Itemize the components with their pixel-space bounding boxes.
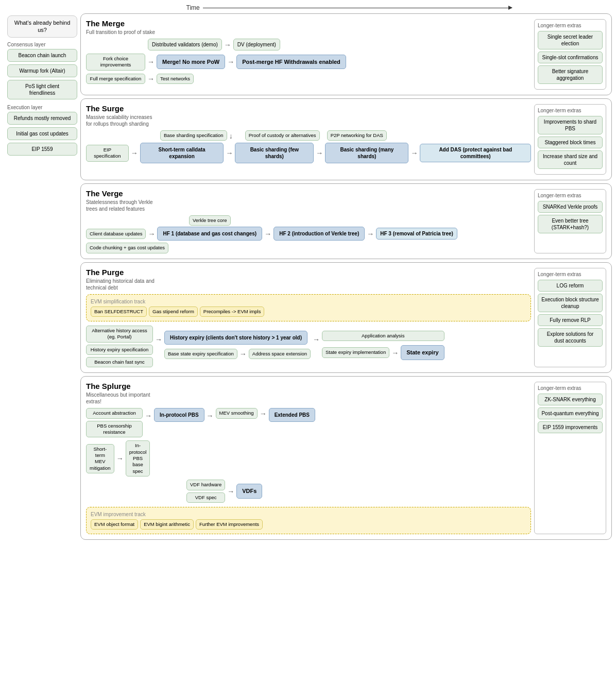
section-merge: The Merge Full transition to proof of st… [80, 13, 612, 95]
node-precompiles: Precompiles -> EVM impls [200, 307, 265, 317]
node-alt-history: Alternative history access (eg. Portal) [86, 326, 153, 343]
sidebar-item-gas-cost: Initial gas cost updates [7, 127, 77, 140]
section-verge: The Verge Statelessness through Verkle t… [80, 183, 612, 259]
splurge-evm-track: EVM improvement track EVM object format … [86, 507, 531, 534]
purge-evm-track-title: EVM simplification track [91, 299, 526, 304]
node-state-expiry-impl: State expiry implementation [322, 347, 389, 357]
node-eip-spec: EIP specification [86, 145, 129, 162]
node-base-sharding: Base sharding specification [160, 130, 227, 141]
node-p2p-networking: P2P networking for DAS [327, 130, 387, 141]
node-pbs-censorship: PBS censorship resistance [86, 421, 143, 438]
node-evm-bigint: EVM bigint arithmetic [140, 519, 194, 530]
extra-increase-shard: Increase shard size and count [538, 150, 603, 169]
surge-subtitle: Massive scalability increases for rollup… [86, 114, 158, 127]
extra-fully-remove-rlp: Fully remove RLP [538, 314, 603, 326]
extra-execution-block: Execution block structure cleanup [538, 294, 603, 312]
time-label: Time [186, 4, 200, 11]
surge-extras: Longer-term extras Improvements to shard… [534, 104, 606, 175]
merge-extras-title: Longer-term extras [538, 23, 603, 28]
merge-extras: Longer-term extras Single secret leader … [534, 19, 606, 90]
node-verkle-core: Verkle tree core [189, 215, 231, 226]
extra-snarked-verkle: SNARKed Verkle proofs [538, 201, 603, 213]
node-app-analysis: Application analysis [322, 331, 444, 341]
sidebar-item-pos-light: PoS light client friendliness [7, 80, 77, 99]
extra-eip1559-improvements: EIP 1559 improvements [538, 421, 603, 433]
node-full-merge-spec: Full merge specification [86, 74, 145, 84]
node-short-term-calldata: Short-term calldata expansion [140, 143, 224, 163]
node-proof-custody: Proof of custody or alternatives [245, 130, 320, 141]
execution-layer-title: Execution layer [7, 105, 77, 110]
node-client-db: Client database updates [86, 229, 146, 239]
purge-extras: Longer-term extras LOG reform Execution … [534, 268, 606, 368]
node-dv-deployment: DV (deployment) [233, 39, 280, 50]
node-state-expiry: State expiry [401, 345, 444, 360]
node-basic-sharding-many: Basic sharding (many shards) [325, 143, 408, 163]
node-gas-stipend: Gas stipend reform [149, 307, 198, 317]
time-header: Time [0, 0, 616, 13]
node-basic-sharding-few: Basic sharding (few shards) [235, 143, 314, 163]
node-hf1: HF 1 (database and gas cost changes) [157, 227, 262, 241]
node-evm-object: EVM object format [91, 519, 138, 530]
node-ban-selfdestruct: Ban SELFDESTRUCT [91, 307, 147, 317]
extra-log-reform: LOG reform [538, 280, 603, 292]
node-merge: Merge! No more PoW [157, 55, 225, 69]
node-further-evm: Further EVM improvements [196, 519, 263, 530]
verge-extras-title: Longer-term extras [538, 193, 603, 198]
extra-better-signature: Better signature aggregation [538, 65, 603, 84]
extra-staggered-block: Staggered block times [538, 137, 603, 148]
node-in-protocol-pbs: In-protocol PBS [154, 408, 204, 422]
extra-better-tree: Even better tree (STARK+hash?) [538, 215, 603, 233]
purge-title: The Purge [86, 268, 531, 277]
splurge-subtitle: Miscellaneous but important extras! [86, 391, 158, 405]
node-vdf-spec: VDF spec [186, 492, 225, 503]
merge-title: The Merge [86, 19, 531, 28]
merge-subtitle: Full transition to proof of stake [86, 29, 158, 36]
node-hf2: HF 2 (introduction of Verkle tree) [273, 227, 365, 241]
section-surge: The Surge Massive scalability increases … [80, 98, 612, 180]
node-add-das: Add DAS (protect against bad committees) [420, 144, 531, 162]
sidebar-item-beacon-chain: Beacon chain launch [7, 49, 77, 62]
node-extended-pbs: Extended PBS [269, 408, 315, 422]
splurge-extras: Longer-term extras ZK-SNARK everything P… [534, 382, 606, 534]
node-test-networks: Test networks [157, 74, 194, 84]
extra-post-quantum: Post-quantum everything [538, 407, 603, 419]
node-address-space: Address space extension [249, 349, 311, 359]
splurge-title: The Splurge [86, 382, 531, 390]
extra-single-slot: Single-slot confirmations [538, 52, 603, 63]
verge-title: The Verge [86, 189, 531, 198]
node-vdf-hardware: VDF hardware [186, 480, 225, 490]
purge-evm-track: EVM simplification track Ban SELFDESTRUC… [86, 294, 531, 321]
time-arrow-line [203, 8, 512, 8]
consensus-layer-title: Consensus layer [7, 42, 77, 47]
node-mev-smoothing: MEV smoothing [216, 408, 258, 418]
surge-extras-title: Longer-term extras [538, 108, 603, 113]
node-beacon-fast-sync: Beacon chain fast sync [86, 357, 153, 367]
verge-subtitle: Statelessness through Verkle trees and r… [86, 199, 158, 212]
sidebar-item-warmup-fork: Warmup fork (Altair) [7, 64, 77, 77]
node-account-abstraction: Account abstraction [86, 408, 143, 418]
sidebar-item-refunds: Refunds mostly removed [7, 112, 77, 125]
sidebar-item-eip1559: EIP 1559 [7, 143, 77, 156]
node-vdfs: VDFs [236, 484, 262, 498]
purge-extras-title: Longer-term extras [538, 271, 603, 277]
node-base-state-expiry: Base state expiry specification [164, 349, 237, 359]
content-area: The Merge Full transition to proof of st… [80, 13, 612, 540]
purge-subtitle: Eliminating historical data and technica… [86, 278, 158, 291]
node-short-term-mev: Short-term MEV mitigation [86, 444, 114, 473]
section-splurge: The Splurge Miscellaneous but important … [80, 376, 612, 540]
sidebar-what: What's already behind us? [7, 15, 77, 38]
node-distributed-validators: Distributed validators (demo) [148, 39, 222, 50]
node-hf3: HF 3 (removal of Patricia tree) [376, 228, 457, 240]
verge-extras: Longer-term extras SNARKed Verkle proofs… [534, 189, 606, 253]
extra-zksnark-everything: ZK-SNARK everything [538, 394, 603, 405]
sidebar: What's already behind us? Consensus laye… [4, 13, 80, 540]
node-in-protocol-pbs-spec: In-protocol PBS base spec [126, 440, 150, 476]
extra-single-secret: Single secret leader election [538, 31, 603, 49]
splurge-extras-title: Longer-term extras [538, 385, 603, 391]
node-fork-choice: Fork choice improvements [86, 54, 145, 71]
node-history-expiry: History expiry (clients don't store hist… [164, 331, 307, 345]
extra-dust-accounts: Explore solutions for dust accounts [538, 328, 603, 347]
node-code-chunking: Code chunking + gas cost updates [86, 243, 168, 253]
extra-improvements-shard-pbs: Improvements to shard PBS [538, 116, 603, 134]
surge-title: The Surge [86, 104, 531, 113]
